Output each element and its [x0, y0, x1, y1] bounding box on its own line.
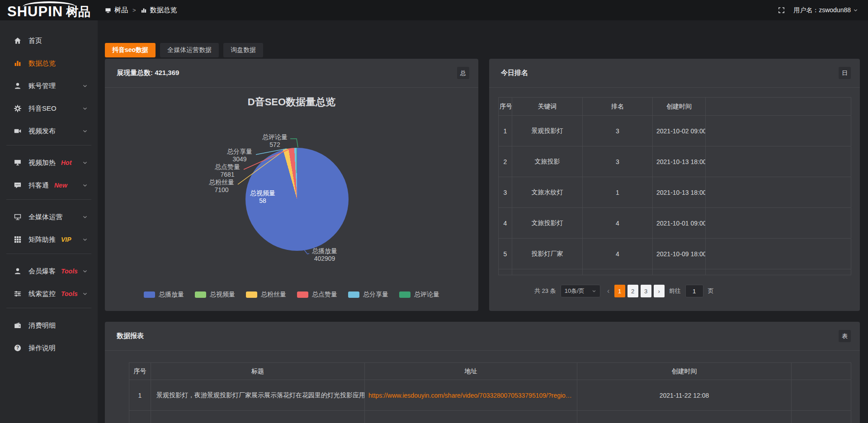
sidebar-item-label: 视频加热 — [28, 159, 56, 167]
pie-chart: D音SEO数据量总览 总播放量402909总视频量58总粉丝量7100总点赞量7… — [105, 88, 478, 311]
table-row: 3文旅水纹灯12021-10-13 18:00 — [499, 177, 851, 208]
sidebar-item-label: 消费明细 — [28, 321, 56, 330]
legend-item-2[interactable]: 总粉丝量 — [246, 291, 286, 299]
ranking-table: 序号关键词排名创建时间1景观投影灯32021-10-02 09:002文旅投影3… — [498, 97, 851, 275]
next-page-button[interactable]: › — [654, 285, 665, 297]
sidebar-item-label: 矩阵助推 — [28, 235, 56, 244]
table-header-row: 序号关键词排名创建时间 — [499, 98, 851, 116]
table-cell: 1 — [583, 177, 653, 208]
column-header: 地址 — [365, 363, 577, 380]
sidebar-item-1[interactable]: 数据总览 — [0, 52, 98, 75]
table-cell: 2021-11-22 12:08 — [577, 380, 792, 411]
sidebar-item-badge: Tools — [61, 268, 78, 275]
table-badge-button[interactable]: 表 — [839, 330, 851, 342]
main-content: 抖音seo数据全媒体运营数据询盘数据 展现量总数: 421,369 总 D音SE… — [98, 20, 868, 423]
grid-icon — [14, 235, 22, 244]
page-size-select[interactable]: 10条/页 — [561, 285, 600, 297]
legend-item-0[interactable]: 总播放量 — [144, 291, 184, 299]
breadcrumb-root[interactable]: 树品 — [114, 6, 128, 14]
sidebar-item-5[interactable]: 视频加热Hot — [0, 151, 98, 174]
sidebar-item-8[interactable]: 矩阵助推VIP — [0, 228, 98, 251]
table-cell: 3 — [583, 116, 653, 146]
media-icon — [14, 213, 22, 221]
goto-label: 前往 — [669, 287, 681, 295]
total-badge-button[interactable]: 总 — [457, 67, 469, 79]
chart-icon — [14, 59, 22, 67]
sidebar: 首页数据总览账号管理抖音SEO视频发布视频加热Hot抖客通New全媒体运营矩阵助… — [0, 20, 98, 423]
chevron-down-icon — [82, 291, 88, 296]
tab-0[interactable]: 抖音seo数据 — [105, 43, 156, 57]
table-cell: 投影灯厂家 — [512, 239, 583, 269]
sidebar-item-9[interactable]: 会员爆客Tools — [0, 260, 98, 282]
column-header: 序号 — [499, 98, 512, 116]
table-cell: 3 — [499, 177, 512, 208]
sidebar-item-label: 抖音SEO — [28, 104, 57, 113]
overview-panel: 展现量总数: 421,369 总 D音SEO数据量总览 总播放量402909总视… — [105, 59, 478, 311]
legend-item-5[interactable]: 总评论量 — [399, 291, 439, 299]
chart-legend: 总播放量总视频量总粉丝量总点赞量总分享量总评论量 — [105, 291, 478, 299]
legend-label: 总评论量 — [414, 291, 439, 299]
page-button-2[interactable]: 2 — [627, 285, 638, 297]
sidebar-item-4[interactable]: 视频发布 — [0, 120, 98, 142]
page-button-3[interactable]: 3 — [641, 285, 651, 297]
day-badge-button[interactable]: 日 — [839, 67, 851, 79]
pie-label-1: 总视频量58 — [248, 189, 277, 205]
heat-icon — [14, 159, 22, 167]
chevron-down-icon — [82, 106, 88, 111]
legend-item-4[interactable]: 总分享量 — [348, 291, 388, 299]
tab-1[interactable]: 全媒体运营数据 — [160, 43, 219, 57]
table-row-partial — [499, 269, 851, 275]
legend-swatch — [348, 291, 359, 298]
sidebar-item-label: 操作说明 — [28, 344, 56, 352]
sidebar-item-2[interactable]: 账号管理 — [0, 75, 98, 97]
sidebar-item-label: 线索监控 — [28, 290, 56, 298]
table-cell: 5 — [499, 239, 512, 269]
svg-text:?: ? — [16, 345, 19, 350]
pie-label-4: 总分享量3049 — [225, 148, 254, 163]
sidebar-item-10[interactable]: 线索监控Tools — [0, 282, 98, 305]
sidebar-item-label: 账号管理 — [28, 82, 56, 90]
sidebar-item-7[interactable]: 全媒体运营 — [0, 206, 98, 228]
table-cell: 文旅投影 — [512, 146, 583, 177]
ranking-panel-header: 今日排名 日 — [489, 59, 860, 88]
chevron-down-icon — [82, 160, 88, 165]
chevron-down-icon — [82, 237, 88, 242]
chevron-down-icon — [82, 268, 88, 274]
legend-label: 总视频量 — [210, 291, 235, 299]
member-icon — [14, 267, 22, 275]
report-panel: 数据报表 表 序号标题地址创建时间1景观投影灯，夜游景观投影灯厂家展示展示落花灯… — [105, 322, 860, 423]
sidebar-item-6[interactable]: 抖客通New — [0, 174, 98, 197]
table-row: 5投影灯厂家42021-10-09 18:00 — [499, 239, 851, 269]
page-button-1[interactable]: 1 — [614, 285, 625, 297]
sidebar-item-12[interactable]: ?操作说明 — [0, 337, 98, 359]
sidebar-item-11[interactable]: 消费明细 — [0, 314, 98, 337]
impressions-total: 展现量总数: 421,369 — [117, 69, 179, 77]
table-cell: 2021-10-13 18:00 — [653, 177, 706, 208]
username-dropdown[interactable]: 用户名：zswodun88 — [793, 6, 858, 14]
ranking-panel: 今日排名 日 序号关键词排名创建时间1景观投影灯32021-10-02 09:0… — [489, 59, 860, 311]
breadcrumb-current: 数据总览 — [150, 6, 177, 14]
logo: SHUPIN 树品 — [7, 0, 90, 23]
legend-item-1[interactable]: 总视频量 — [195, 291, 235, 299]
sidebar-item-3[interactable]: 抖音SEO — [0, 97, 98, 120]
fullscreen-icon[interactable] — [778, 6, 785, 14]
sidebar-item-label: 首页 — [28, 37, 42, 45]
chevron-down-icon — [82, 183, 88, 188]
tab-2[interactable]: 询盘数据 — [223, 43, 263, 57]
legend-label: 总点赞量 — [312, 291, 337, 299]
home-icon — [14, 37, 22, 45]
goto-page-input[interactable] — [685, 285, 703, 297]
prev-page-button[interactable]: ‹ — [605, 285, 612, 297]
pie-label-value: 402909 — [310, 255, 339, 263]
sidebar-item-0[interactable]: 首页 — [0, 29, 98, 52]
bar-chart-icon — [141, 7, 147, 14]
table-cell: 景观投影灯，夜游景观投影灯厂家展示展示落花灯在花园里的灯光投影应用效果 # — [151, 380, 365, 411]
pie-label-value: 7681 — [213, 171, 242, 179]
report-link[interactable]: https://www.iesdouyin.com/share/video/70… — [365, 380, 577, 411]
chevron-down-icon — [82, 83, 88, 89]
pie-label-5: 总评论量572 — [260, 133, 289, 149]
wallet-icon — [14, 321, 22, 329]
table-header-row: 序号标题地址创建时间 — [129, 363, 851, 380]
legend-item-3[interactable]: 总点赞量 — [297, 291, 337, 299]
pie-label-value: 3049 — [225, 155, 254, 163]
